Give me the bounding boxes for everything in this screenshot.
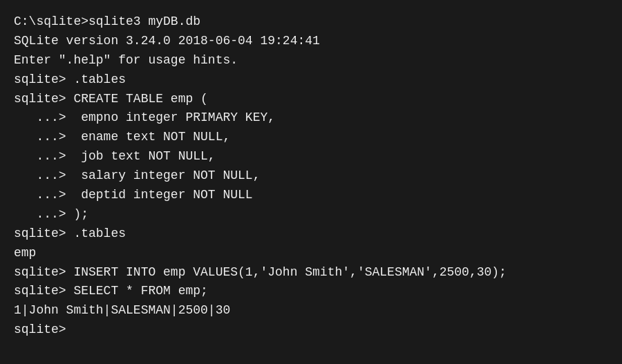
terminal-line-13: emp — [14, 244, 608, 263]
terminal-line-3: Enter ".help" for usage hints. — [14, 51, 608, 70]
terminal-line-1: C:\sqlite>sqlite3 myDB.db — [14, 12, 608, 32]
terminal-window[interactable]: C:\sqlite>sqlite3 myDB.dbSQLite version … — [0, 0, 622, 364]
terminal-line-15: sqlite> SELECT * FROM emp; — [14, 282, 608, 301]
terminal-line-16: 1|John Smith|SALESMAN|2500|30 — [14, 301, 608, 320]
terminal-line-10: ...> deptid integer NOT NULL — [14, 186, 608, 205]
terminal-line-5: sqlite> CREATE TABLE emp ( — [14, 90, 608, 109]
terminal-line-9: ...> salary integer NOT NULL, — [14, 166, 608, 186]
terminal-line-8: ...> job text NOT NULL, — [14, 147, 608, 166]
terminal-line-14: sqlite> INSERT INTO emp VALUES(1,'John S… — [14, 263, 608, 282]
terminal-line-2: SQLite version 3.24.0 2018-06-04 19:24:4… — [14, 32, 608, 51]
terminal-line-6: ...> empno integer PRIMARY KEY, — [14, 108, 608, 128]
terminal-line-7: ...> ename text NOT NULL, — [14, 128, 608, 147]
terminal-line-11: ...> ); — [14, 205, 608, 224]
terminal-line-12: sqlite> .tables — [14, 224, 608, 244]
terminal-line-4: sqlite> .tables — [14, 70, 608, 90]
terminal-line-17: sqlite> — [14, 320, 608, 340]
